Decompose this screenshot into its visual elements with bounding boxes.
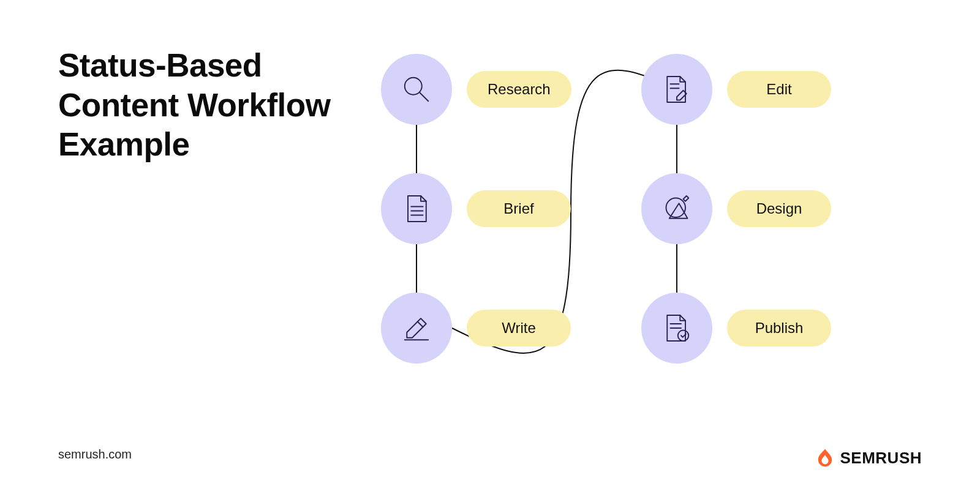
pencil-icon [381,293,452,364]
page-title: Status-BasedContent WorkflowExample [58,46,330,165]
step-label: Research [467,71,571,108]
svg-point-0 [405,78,422,95]
step-label: Brief [467,190,571,227]
workflow-diagram: Research Brief [381,54,932,378]
page: Status-BasedContent WorkflowExample Rese… [0,0,980,486]
step-publish: Publish [641,293,831,364]
edit-document-icon [641,54,712,125]
step-research: Research [381,54,571,125]
brand-logo: SEMRUSH [815,448,922,468]
title-text: Status-BasedContent WorkflowExample [58,47,330,162]
svg-line-1 [420,92,428,101]
step-label: Write [467,310,571,346]
shapes-icon [641,173,712,244]
document-icon [381,173,452,244]
step-label: Publish [727,310,831,346]
step-label: Edit [727,71,831,108]
step-label: Design [727,190,831,227]
step-brief: Brief [381,173,571,244]
connector-line [676,244,677,293]
brand-name: SEMRUSH [840,449,922,468]
step-write: Write [381,293,571,364]
step-design: Design [641,173,831,244]
magnifier-icon [381,54,452,125]
connector-line [416,244,417,293]
document-check-icon [641,293,712,364]
footer-url: semrush.com [58,447,132,462]
svg-line-5 [418,322,423,327]
step-edit: Edit [641,54,831,125]
connector-line [676,125,677,173]
connector-line [416,125,417,173]
svg-point-12 [678,331,689,342]
flame-icon [815,448,835,468]
